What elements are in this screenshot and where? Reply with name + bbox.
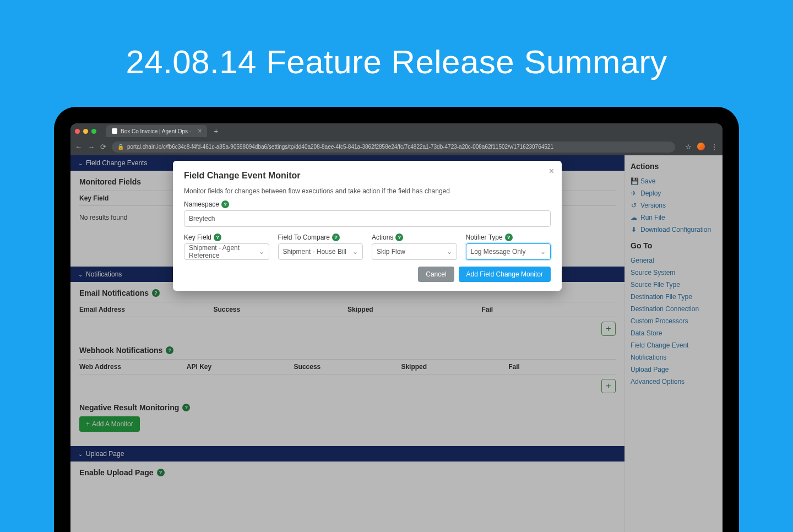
page-content: ⌄ Field Change Events Monitored Fields K… (70, 155, 723, 532)
help-icon[interactable]: ? (332, 234, 340, 241)
key-field-label: Key Field (184, 234, 211, 241)
cancel-button[interactable]: Cancel (418, 267, 454, 282)
key-field-select[interactable]: Shipment - Agent Reference (184, 243, 269, 260)
browser-tab[interactable]: Box Co Invoice | Agent Ops - × (106, 125, 207, 137)
compare-label: Field To Compare (278, 234, 330, 241)
bookmark-icon[interactable]: ☆ (685, 143, 692, 151)
compare-value: Shipment - House Bill (283, 248, 346, 256)
back-icon[interactable]: ← (75, 143, 82, 151)
window-controls (75, 129, 96, 134)
help-icon[interactable]: ? (221, 200, 229, 208)
laptop-frame: Box Co Invoice | Agent Ops - × + ← → ⟳ 🔒… (54, 107, 739, 532)
modal-close-button[interactable]: × (549, 166, 554, 176)
namespace-input[interactable] (184, 210, 551, 227)
modal-description: Monitor fields for changes between flow … (184, 187, 551, 195)
help-icon[interactable]: ? (395, 234, 403, 241)
hero-title: 24.08.14 Feature Release Summary (0, 0, 793, 81)
modal-overlay: × Field Change Event Monitor Monitor fie… (70, 155, 723, 532)
help-icon[interactable]: ? (214, 234, 221, 241)
url-text: portal.chain.io/c/fb6c34c8-f4fd-461c-a85… (127, 144, 553, 150)
lock-icon: 🔒 (117, 144, 124, 150)
favicon-icon (112, 128, 117, 134)
minimize-window-icon[interactable] (83, 129, 88, 134)
new-tab-button[interactable]: + (210, 127, 221, 135)
browser-tab-strip: Box Co Invoice | Agent Ops - × + (70, 123, 723, 139)
notifier-label: Notifier Type (466, 234, 503, 241)
browser-window: Box Co Invoice | Agent Ops - × + ← → ⟳ 🔒… (70, 123, 723, 532)
forward-icon[interactable]: → (88, 143, 95, 151)
url-input[interactable]: 🔒 portal.chain.io/c/fb6c34c8-f4fd-461c-a… (112, 142, 675, 153)
namespace-label: Namespace (184, 200, 219, 208)
profile-avatar-icon[interactable] (697, 143, 705, 150)
notifier-value: Log Message Only (471, 248, 526, 256)
close-window-icon[interactable] (75, 129, 80, 134)
notifier-select[interactable]: Log Message Only (466, 243, 551, 260)
browser-menu-icon[interactable]: ⋮ (710, 143, 718, 151)
modal-title: Field Change Event Monitor (184, 171, 551, 181)
add-field-change-monitor-button[interactable]: Add Field Change Monitor (459, 267, 551, 282)
actions-label: Actions (372, 234, 393, 241)
address-bar: ← → ⟳ 🔒 portal.chain.io/c/fb6c34c8-f4fd-… (70, 139, 723, 155)
actions-value: Skip Flow (377, 248, 405, 256)
field-change-event-modal: × Field Change Event Monitor Monitor fie… (173, 161, 562, 291)
compare-select[interactable]: Shipment - House Bill (278, 243, 363, 260)
tab-title: Box Co Invoice | Agent Ops - (121, 128, 191, 134)
reload-icon[interactable]: ⟳ (100, 143, 106, 151)
actions-select[interactable]: Skip Flow (372, 243, 457, 260)
help-icon[interactable]: ? (505, 234, 513, 241)
tab-close-icon[interactable]: × (198, 127, 202, 135)
key-field-value: Shipment - Agent Reference (189, 244, 256, 259)
maximize-window-icon[interactable] (91, 129, 96, 134)
